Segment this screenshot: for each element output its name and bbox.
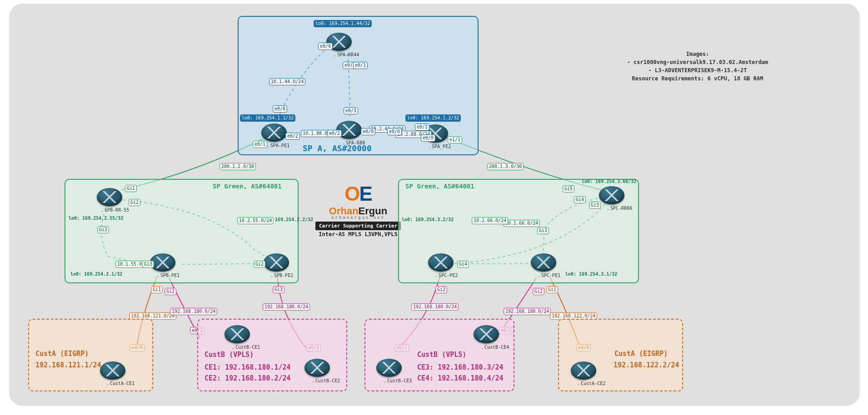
router-custA-ce1[interactable]	[100, 361, 125, 380]
if-gi2: Gi2	[129, 199, 140, 206]
custA-R-title: CustA (EIGRP)	[614, 350, 668, 358]
if-gi2: Gi2	[254, 261, 265, 268]
if-e00: e0/0	[421, 134, 435, 142]
custA-R-net: 192.168.122.2/24	[614, 361, 679, 369]
custA-L-title: CustA (EIGRP)	[35, 350, 89, 358]
diagram-canvas: Images: - csr1000vng-universalk9.17.03.0…	[0, 0, 868, 415]
if-e00: e0/0	[318, 43, 333, 50]
images-heading: Images:	[616, 50, 779, 58]
if-e00: e0/0	[361, 128, 375, 135]
if-gi1: Gi1	[125, 185, 137, 192]
lo-spc-rr66: lo0: 169.254.3.66/32	[582, 179, 636, 184]
lo-spc-pe1: lo0: 169.254.3.1/32	[565, 272, 617, 277]
if-e02: e0/2	[285, 133, 300, 140]
router-spb-pe2[interactable]	[264, 253, 289, 272]
if-e01: e0/1	[353, 62, 368, 69]
custB-R-l2: CE4: 192.168.180.4/24	[417, 374, 504, 382]
if-gi1: Gi1	[151, 286, 163, 293]
lo-spc-pe2: lo0: 169.254.3.2/32	[402, 217, 454, 222]
label-spa-pe2: SPA_PE2	[428, 144, 451, 149]
label-custB-ce4: CustB-CE4	[481, 345, 509, 350]
custB-L-l1: CE1: 192.168.180.1/24	[205, 363, 291, 371]
if-e02: e0/2	[327, 130, 342, 137]
router-spc-pe1[interactable]	[531, 253, 556, 272]
router-spb-rr55[interactable]	[97, 188, 122, 206]
custA-L-net: 192.168.121.1/24	[35, 361, 101, 369]
if-gi5: Gi5	[563, 185, 574, 193]
images-line2: - L3-ADVENTERPRISEK9-M-15.4-2T	[616, 66, 779, 74]
custB-R-title: CustB (VPLS)	[417, 351, 466, 359]
spa-net1: 10.1.44.0/24	[269, 78, 305, 85]
router-custB-ce3[interactable]	[376, 359, 402, 377]
label-custA-ce2: CustA-CE2	[577, 381, 605, 386]
logo-bar: Carrier Supporting Carrier	[315, 222, 401, 230]
label-custB-ce1: CustB-CE1	[232, 345, 260, 350]
images-line1: - csr1000vng-universalk9.17.03.02.Amster…	[616, 58, 779, 66]
if-e03: e0/3	[344, 107, 358, 114]
interas-left: 200.1.2.0/30	[219, 163, 256, 170]
lo-spb-pe1: lo0: 169.254.2.1/32	[70, 272, 122, 277]
lo-spa-pe2: lo0: 169.254.1.2/32	[405, 114, 461, 122]
if-gi4: Gi4	[457, 261, 469, 268]
label-spc-pe2: SPC-PE2	[435, 273, 458, 278]
router-custB-ce1[interactable]	[224, 325, 250, 343]
spb-right-title: SP Green, AS#64001	[405, 183, 474, 190]
label-spa-rr44: SPA-RR44	[334, 52, 359, 57]
if-gi2: Gi2	[435, 286, 447, 293]
if-e11: e1/1	[448, 136, 462, 143]
link-custB-d: 192.168.180.0/24	[504, 308, 551, 315]
logo-site: orhanergun.net	[304, 215, 413, 220]
if-gi1: Gi1	[546, 286, 558, 293]
label-spa-pe1: SPA-PE1	[267, 143, 289, 148]
label-spc-rr66: SPC-RR66	[607, 206, 632, 211]
if-gi2: Gi2	[533, 288, 544, 295]
router-spa-pe1[interactable]	[261, 124, 287, 142]
router-custB-ce2[interactable]	[304, 359, 330, 377]
label-spc-pe1: SPC-PE1	[538, 273, 560, 278]
router-custB-ce4[interactable]	[474, 325, 499, 343]
lo-spa-pe1: lo0: 169.254.1.1/32	[240, 114, 295, 122]
if-e01: e0/1	[253, 141, 267, 148]
label-spa-r88: SPA-R88	[342, 140, 365, 145]
custB-L-title: CustB (VPLS)	[205, 351, 254, 359]
logo-sub2: Inter-AS MPLS L3VPN,VPLS	[304, 231, 413, 237]
if-gi3: Gi3	[97, 226, 109, 233]
custB-R-l1: CE3: 192.168.180.3/24	[417, 363, 504, 371]
if-e00: e0/0	[387, 128, 402, 135]
lo-spb-rr55: lo0: 169.254.2.55/32	[69, 216, 123, 221]
if-e00: e0/0	[273, 105, 287, 113]
images-line3: Resource Requirements: 6 vCPU, 18 GB RAM	[616, 74, 779, 83]
label-spb-pe1: SPB-PE1	[157, 273, 180, 278]
link-custB-c: 192.168.180.0/24	[411, 303, 459, 311]
if-gi3: Gi3	[537, 227, 549, 234]
if-e01: e0/1	[415, 124, 429, 131]
spc-net1: 10.1.66.0/24	[504, 220, 540, 227]
label-custA-ce1: CustA-CE1	[106, 381, 135, 386]
label-custB-ce3: CustB-CE3	[384, 378, 412, 383]
router-spc-rr66[interactable]	[599, 186, 624, 204]
if-gi4: Gi4	[574, 196, 586, 203]
lo-spa-rr44: lo0: 169.254.1.44/32	[314, 20, 372, 27]
images-info: Images: - csr1000vng-universalk9.17.03.0…	[616, 50, 779, 83]
custB-L-l2: CE2: 192.168.180.2/24	[205, 374, 291, 382]
if-gi3: Gi3	[589, 202, 601, 209]
label-custB-ce2: CustB-CE2	[312, 378, 340, 383]
spb-net2: 10.2.55.0/24	[237, 217, 274, 224]
router-spc-pe2[interactable]	[428, 253, 454, 272]
link-custB-a: 192.168.180.0/24	[170, 308, 217, 315]
if-gi3: Gi3	[273, 286, 284, 293]
logo-block: OE OrhanErgun orhanergun.net Carrier Sup…	[304, 183, 413, 237]
spb-left-title: SP Green, AS#64001	[213, 183, 282, 190]
spc-net2: 10.2.66.0/24	[472, 217, 508, 224]
router-custA-ce2[interactable]	[571, 361, 596, 380]
link-custB-b: 192.168.180.0/24	[263, 303, 310, 311]
if-gi2: Gi2	[165, 288, 176, 295]
interas-right: 200.1.3.0/30	[487, 163, 524, 170]
label-spb-pe2: SPB-PE2	[270, 273, 293, 278]
if-gi3: Gi3	[142, 261, 154, 268]
label-spb-rr55: SPB-RR-55	[101, 208, 129, 212]
logo-icon: OE	[304, 183, 413, 205]
